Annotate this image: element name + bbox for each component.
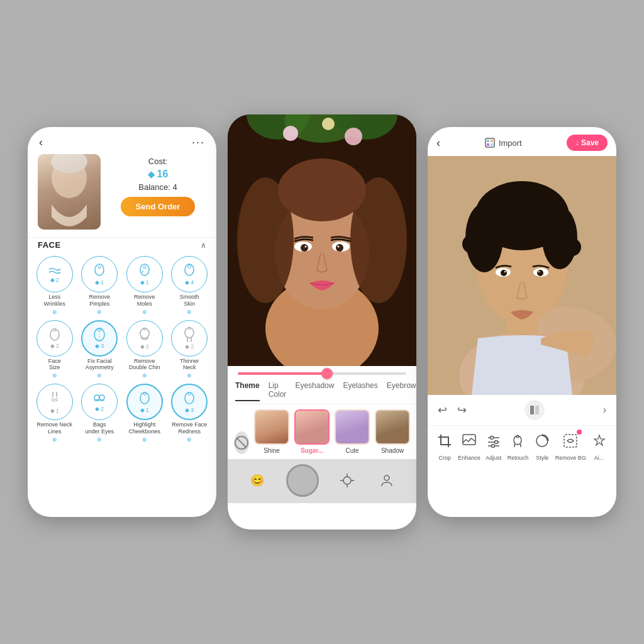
phone3-undo-redo: ↩ ↪ — [438, 403, 467, 417]
list-item[interactable]: Crop — [433, 430, 456, 461]
svg-point-7 — [143, 266, 146, 269]
preset-sugar-thumb — [294, 409, 330, 445]
list-item[interactable]: Adjust — [482, 430, 505, 461]
phone2-intensity-slider[interactable] — [238, 372, 406, 375]
item-plus-icon: ⊕ — [52, 372, 57, 379]
neck-lines-icon — [48, 391, 61, 407]
phone3-tools-bar: Crop Enhance — [428, 425, 616, 467]
phone3-retouch-label: Retouch — [508, 455, 529, 461]
phone3-redo-button[interactable]: ↪ — [457, 403, 467, 417]
phone3-more-button[interactable]: › — [603, 404, 606, 416]
preset-thumb-image — [255, 411, 288, 443]
list-item[interactable]: ◆2 FaceSize ⊕ — [34, 320, 75, 379]
tab-eyelashes[interactable]: Eyelashes — [343, 381, 377, 401]
tab-lip-color[interactable]: Lip Color — [269, 381, 287, 401]
item-label: HighlightCheekbones — [128, 421, 160, 435]
less-wrinkles-circle: ◆2 — [36, 256, 73, 292]
list-item[interactable]: Enhance — [458, 430, 480, 461]
preset-sugar-label: Sugar... — [301, 447, 323, 454]
svg-point-46 — [343, 477, 351, 484]
preset-shine-label: Shine — [264, 447, 280, 454]
phone1-back-button[interactable]: ‹ — [39, 136, 43, 149]
phone3-removebg-tool — [559, 430, 582, 452]
tab-theme[interactable]: Theme — [235, 381, 260, 401]
phone2-capture-button[interactable] — [286, 464, 319, 497]
phone2-no-effect-icon[interactable] — [234, 431, 249, 454]
list-item[interactable]: Sugar... — [294, 409, 330, 454]
remove-moles-circle: ◆1 — [126, 256, 163, 292]
list-item[interactable]: ◆1 RemovePimples ⊕ — [79, 256, 121, 315]
list-item[interactable]: ◆2 LessWrinkles ⊕ — [34, 256, 75, 315]
phone1-photo-inner — [38, 154, 101, 230]
list-item[interactable]: ◆3 Fix FacialAsymmetry ⊕ — [79, 320, 121, 379]
item-label: RemoveMoles — [134, 294, 155, 308]
list-item[interactable]: ◆1 Remove NeckLines ⊕ — [34, 384, 75, 443]
moles-icon — [138, 264, 151, 279]
bags-eyes-icon — [92, 392, 106, 405]
item-label: Fix FacialAsymmetry — [86, 358, 114, 372]
preset-cute-thumb — [335, 409, 370, 445]
list-item[interactable]: Remove BG — [555, 430, 586, 461]
cost-badge: ◆1 — [50, 408, 59, 414]
svg-point-71 — [504, 271, 506, 272]
phone2-person-icon[interactable] — [376, 470, 397, 491]
retouch-icon — [511, 434, 525, 448]
tab-eyebrow[interactable]: Eyebrow — [387, 381, 416, 401]
svg-point-79 — [490, 436, 493, 440]
no-filter-icon — [234, 435, 249, 450]
remove-double-chin-circle: ◆2 — [126, 320, 163, 357]
list-item[interactable]: Style — [531, 430, 553, 461]
list-item[interactable]: Ai... — [588, 430, 611, 461]
thinner-neck-circle: ◆2 — [171, 320, 208, 357]
svg-rect-54 — [491, 140, 493, 142]
enhance-icon — [462, 434, 476, 448]
phone2-emoji-button[interactable]: 😊 — [247, 470, 268, 491]
svg-point-73 — [537, 270, 543, 276]
list-item[interactable]: ◆3 Remove FaceRedness ⊕ — [169, 384, 211, 443]
phone3-undo-button[interactable]: ↩ — [438, 403, 447, 417]
list-item[interactable]: ◆4 SmoothSkin ⊕ — [169, 256, 211, 315]
svg-rect-53 — [487, 140, 489, 142]
item-label: RemoveDouble Chin — [129, 358, 160, 372]
item-label: Remove FaceRedness — [172, 421, 207, 435]
phone1-send-order-button[interactable]: Send Order — [121, 197, 196, 216]
phone1-header: ‹ ··· — [28, 127, 216, 154]
list-item[interactable]: ◆2 RemoveDouble Chin ⊕ — [124, 320, 165, 379]
svg-point-40 — [305, 246, 307, 248]
phone3-back-button[interactable]: ‹ — [436, 136, 440, 150]
tab-eyeshadow[interactable]: Eyeshadow — [295, 381, 334, 401]
svg-point-10 — [188, 265, 191, 268]
phone1-collapse-chevron[interactable]: ∧ — [201, 241, 206, 250]
list-item[interactable]: ◆1 RemoveMoles ⊕ — [124, 256, 165, 315]
list-item[interactable]: Retouch — [506, 430, 529, 461]
phone1-menu-button[interactable]: ··· — [192, 136, 205, 149]
bags-under-eyes-circle: ◆2 — [81, 384, 118, 420]
compare-icon — [530, 405, 540, 415]
phone1-cost-label: Cost: — [148, 157, 167, 166]
item-plus-icon: ⊕ — [187, 372, 192, 379]
svg-rect-76 — [535, 406, 539, 414]
list-item[interactable]: Cute — [335, 409, 370, 454]
cost-badge: ◆2 — [185, 343, 194, 350]
list-item[interactable]: Shine — [254, 409, 289, 454]
phone2-face-svg — [228, 114, 416, 366]
phone2-makeup-image — [228, 114, 416, 366]
double-chin-icon — [138, 326, 151, 343]
item-plus-icon: ⊕ — [187, 436, 192, 443]
list-item[interactable]: ◆2 ThinnerNeck ⊕ — [169, 320, 211, 379]
list-item[interactable]: Shadow — [375, 409, 410, 454]
phone3-portrait-photo — [428, 156, 616, 395]
list-item[interactable]: ◆1 HighlightCheekbones ⊕ — [124, 384, 165, 443]
phone3-style-tool — [531, 430, 553, 452]
preset-shine-thumb — [254, 409, 289, 445]
list-item[interactable]: ◆2 Bagsunder Eyes ⊕ — [79, 384, 121, 443]
phone3-save-button[interactable]: ↓ Save — [567, 135, 608, 151]
smooth-skin-circle: ◆4 — [171, 256, 208, 292]
phone1-face-items-row3: ◆1 Remove NeckLines ⊕ ◆2 Bagsunder Eyes … — [28, 381, 216, 445]
phone3-enhance-tool — [458, 430, 480, 452]
phone3-compare-button[interactable] — [525, 400, 545, 420]
svg-point-8 — [142, 270, 143, 272]
preset-thumb-image — [376, 411, 409, 443]
phone3-import-area[interactable]: Import — [485, 138, 522, 148]
phone2-adjust-icon[interactable] — [336, 470, 358, 491]
